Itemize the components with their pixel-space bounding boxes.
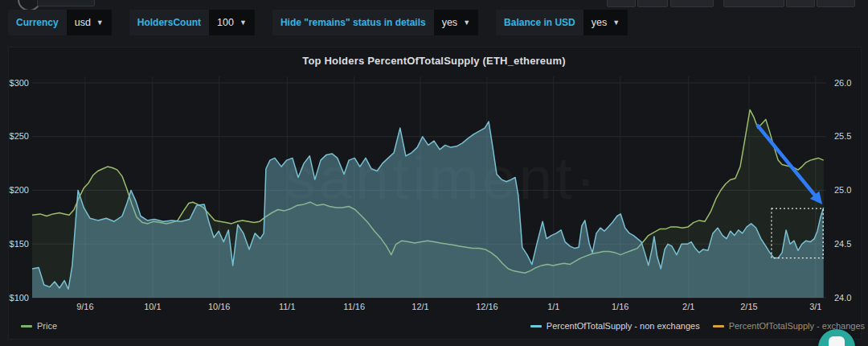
x-tick: 11/16 bbox=[343, 302, 365, 311]
y-right-tick: 24.5 bbox=[834, 239, 851, 249]
control-value: 100 bbox=[217, 17, 234, 28]
y-left-tick: $150 bbox=[0, 239, 29, 249]
x-tick: 1/1 bbox=[547, 302, 559, 311]
topbar-button-stub[interactable] bbox=[637, 0, 668, 7]
x-tick: 11/1 bbox=[279, 302, 296, 311]
chat-icon bbox=[829, 336, 845, 346]
control-label: Currency bbox=[8, 10, 67, 35]
chevron-down-icon: ▼ bbox=[463, 19, 470, 27]
control-label: Hide "remains" status in details bbox=[272, 10, 434, 35]
y-right-tick: 25.0 bbox=[834, 185, 851, 195]
control-label: Balance in USD bbox=[496, 10, 583, 35]
legend-item[interactable]: PercentOfTotalSupply - non exchanges bbox=[530, 321, 700, 331]
legend-label: PercentOfTotalSupply - exchanges bbox=[729, 321, 865, 331]
control-group-3: Balance in USDyes▼ bbox=[496, 10, 628, 35]
control-dropdown[interactable]: usd▼ bbox=[67, 10, 112, 35]
y-left-tick: $250 bbox=[0, 131, 29, 141]
y-right-tick: 24.0 bbox=[834, 293, 851, 303]
x-tick: 2/15 bbox=[740, 302, 757, 311]
control-group-1: HoldersCount100▼ bbox=[129, 10, 255, 35]
y-right-tick: 26.0 bbox=[834, 78, 851, 88]
legend-label: PercentOfTotalSupply - non exchanges bbox=[547, 321, 700, 331]
control-group-0: Currencyusd▼ bbox=[8, 10, 112, 35]
control-dropdown[interactable]: yes▼ bbox=[434, 10, 478, 35]
x-tick: 10/1 bbox=[144, 302, 161, 311]
legend-dash-icon bbox=[713, 325, 724, 327]
panel-title[interactable]: Top Holders PercentOfTotalSupply (ETH_et… bbox=[0, 55, 868, 67]
x-tick: 10/16 bbox=[208, 302, 231, 311]
control-value: yes bbox=[442, 17, 457, 28]
x-tick: 12/1 bbox=[411, 302, 428, 311]
topbar-button-stub[interactable] bbox=[670, 0, 714, 7]
control-group-2: Hide "remains" status in detailsyes▼ bbox=[272, 10, 478, 35]
topbar-button-stub[interactable] bbox=[37, 0, 95, 6]
y-left-tick: $300 bbox=[0, 78, 29, 88]
chevron-down-icon: ▼ bbox=[240, 19, 247, 27]
control-dropdown[interactable]: 100▼ bbox=[209, 10, 255, 35]
control-label: HoldersCount bbox=[129, 10, 209, 35]
legend-dash-icon bbox=[21, 325, 32, 327]
watermark: santiment· bbox=[285, 143, 599, 212]
chevron-down-icon: ▼ bbox=[96, 19, 104, 27]
x-tick: 3/1 bbox=[809, 302, 821, 311]
dashboard-controls: Currencyusd▼HoldersCount100▼Hide "remain… bbox=[8, 10, 628, 35]
topbar-button-stub[interactable] bbox=[723, 0, 784, 7]
topbar-button-stub[interactable] bbox=[817, 0, 855, 7]
x-tick: 12/16 bbox=[476, 302, 498, 311]
topbar-button-stub[interactable] bbox=[786, 0, 815, 7]
legend-right: PercentOfTotalSupply - non exchangesPerc… bbox=[530, 321, 865, 331]
legend-item[interactable]: Price bbox=[21, 321, 57, 331]
chevron-down-icon: ▼ bbox=[612, 19, 620, 27]
control-value: yes bbox=[592, 17, 607, 28]
grafana-dashboard: { "topbar": {"stubs": [{"x":755,"w":34},… bbox=[0, 0, 868, 346]
y-right-tick: 25.5 bbox=[834, 131, 851, 141]
y-left-tick: $100 bbox=[0, 293, 29, 303]
topbar-button-stub[interactable] bbox=[607, 0, 636, 7]
x-tick: 1/16 bbox=[612, 302, 628, 311]
control-value: usd bbox=[75, 17, 91, 28]
legend-left: Price bbox=[21, 321, 57, 331]
legend-dash-icon bbox=[530, 325, 542, 327]
x-tick: 2/1 bbox=[682, 302, 694, 311]
legend-label: Price bbox=[37, 321, 57, 331]
y-left-tick: $200 bbox=[0, 185, 29, 195]
x-tick: 9/16 bbox=[76, 302, 93, 311]
control-dropdown[interactable]: yes▼ bbox=[583, 10, 628, 35]
